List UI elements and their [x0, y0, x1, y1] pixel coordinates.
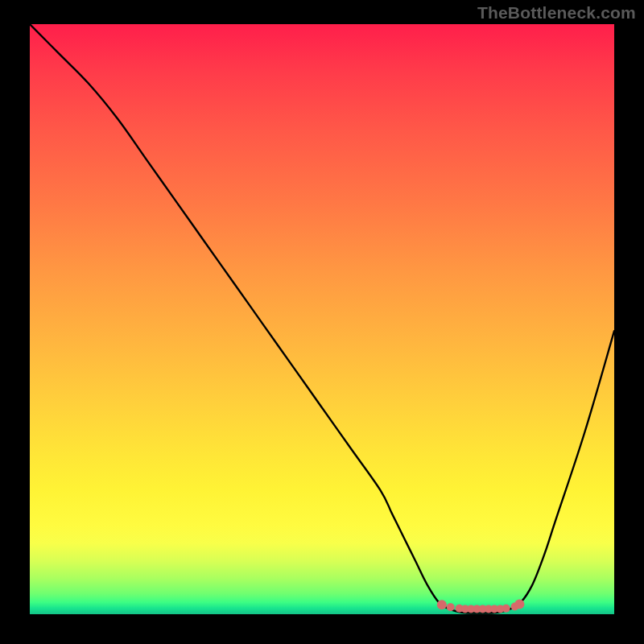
optimal-range-markers	[437, 600, 525, 613]
chart-frame: TheBottleneck.com	[0, 0, 644, 644]
bottleneck-curve	[30, 24, 614, 613]
optimal-marker	[437, 600, 447, 609]
optimal-marker	[502, 605, 510, 613]
watermark-text: TheBottleneck.com	[477, 3, 636, 23]
chart-overlay	[30, 24, 614, 614]
optimal-marker	[447, 603, 455, 611]
optimal-marker	[514, 600, 524, 609]
